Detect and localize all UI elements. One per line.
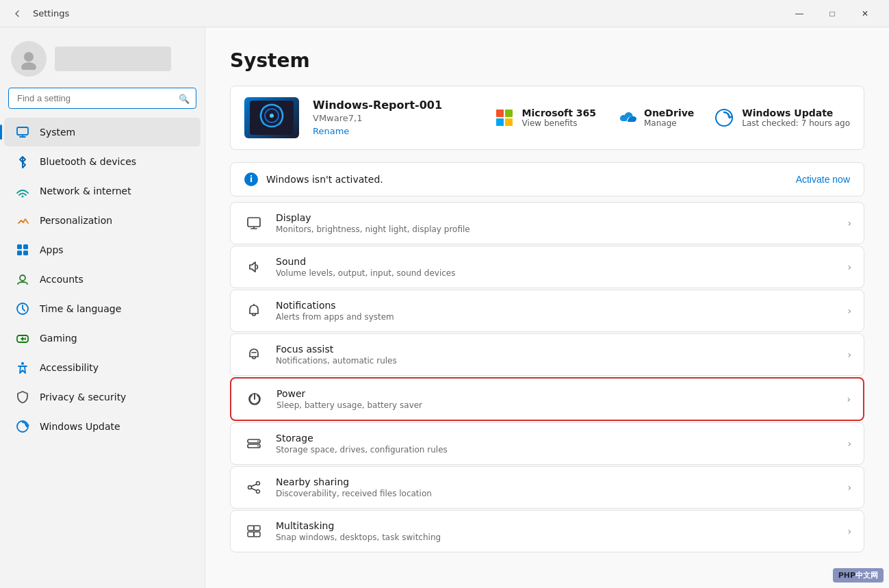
settings-item-notifications[interactable]: Notifications Alerts from apps and syste… (230, 290, 864, 332)
search-input[interactable] (8, 88, 196, 109)
avatar (11, 41, 47, 77)
sidebar-item-bluetooth[interactable]: Bluetooth & devices (4, 147, 201, 176)
settings-item-power[interactable]: Power Sleep, battery usage, battery save… (230, 377, 864, 421)
minimize-button[interactable]: — (784, 3, 815, 25)
settings-item-focus_assist[interactable]: Focus assist Notifications, automatic ru… (230, 333, 864, 376)
sidebar-item-label: Accounts (40, 274, 190, 285)
sidebar-item-apps[interactable]: Apps (4, 235, 201, 264)
accessibility-icon (15, 360, 30, 375)
svg-rect-23 (496, 110, 504, 117)
sidebar-item-label: Windows Update (40, 421, 190, 432)
activate-now-button[interactable]: Activate now (796, 174, 850, 185)
sidebar-item-network[interactable]: Network & internet (4, 177, 201, 205)
storage-text: Storage Storage space, drives, configura… (276, 433, 836, 455)
navigation-list: System Bluetooth & devices Network & int… (0, 117, 205, 442)
svg-point-22 (270, 114, 274, 118)
settings-item-multitasking[interactable]: Multitasking Snap windows, desktops, tas… (230, 510, 864, 552)
svg-point-15 (25, 337, 26, 339)
windows-update-title: Windows Update (742, 107, 850, 118)
svg-rect-45 (254, 526, 260, 531)
settings-item-display[interactable]: Display Monitors, brightness, night ligh… (230, 202, 864, 244)
sound-text: Sound Volume levels, output, input, soun… (276, 256, 836, 278)
notifications-subtitle: Alerts from apps and system (276, 312, 836, 322)
display-text: Display Monitors, brightness, night ligh… (276, 212, 836, 234)
windows-update-text: Windows Update Last checked: 7 hours ago (742, 107, 850, 128)
display-subtitle: Monitors, brightness, night light, displ… (276, 225, 836, 234)
svg-rect-24 (505, 110, 513, 117)
window-controls: — □ ✕ (784, 3, 881, 25)
onedrive-action: OneDrive Manage (615, 107, 694, 129)
sidebar-item-gaming[interactable]: Gaming (4, 324, 201, 353)
php-badge: PHP中文网 (833, 568, 884, 583)
sound-subtitle: Volume levels, output, input, sound devi… (276, 268, 836, 278)
device-thumbnail (244, 97, 299, 138)
svg-point-1 (21, 62, 36, 70)
sidebar-item-label: Privacy & security (40, 392, 190, 402)
settings-item-nearby_sharing[interactable]: Nearby sharing Discoverability, received… (230, 466, 864, 509)
windows-update-icon (713, 107, 735, 129)
focus_assist-text: Focus assist Notifications, automatic ru… (276, 344, 836, 366)
chevron-right-icon: › (847, 482, 851, 493)
maximize-button[interactable]: □ (816, 3, 848, 25)
svg-point-17 (21, 362, 24, 365)
power-title: Power (276, 388, 836, 399)
device-name: Windows-Report-001 (313, 99, 480, 112)
nearby_sharing-title: Nearby sharing (276, 476, 836, 487)
app-body: 🔍 System Bluetooth & devices Network & i… (0, 27, 889, 588)
multitasking-text: Multitasking Snap windows, desktops, tas… (276, 520, 836, 542)
power-icon (244, 388, 266, 410)
svg-rect-25 (496, 118, 504, 126)
svg-point-5 (22, 196, 24, 198)
accounts-icon (15, 272, 30, 287)
privacy-icon (15, 389, 30, 405)
power-subtitle: Sleep, battery usage, battery saver (276, 400, 836, 410)
time-icon (15, 301, 30, 316)
svg-rect-8 (17, 251, 22, 255)
chevron-right-icon: › (847, 394, 851, 405)
bluetooth-icon (15, 154, 30, 169)
sidebar-item-accounts[interactable]: Accounts (4, 265, 201, 294)
power-text: Power Sleep, battery usage, battery save… (276, 388, 836, 410)
personalization-icon (15, 213, 30, 228)
windows-update-action: Windows Update Last checked: 7 hours ago (713, 107, 850, 129)
update-icon (15, 419, 30, 434)
notifications-text: Notifications Alerts from apps and syste… (276, 300, 836, 322)
sidebar-user[interactable] (0, 27, 205, 88)
svg-rect-6 (17, 244, 22, 249)
sidebar-item-accessibility[interactable]: Accessibility (4, 353, 201, 382)
settings-item-sound[interactable]: Sound Volume levels, output, input, soun… (230, 246, 864, 288)
storage-title: Storage (276, 433, 836, 444)
gaming-icon (15, 331, 30, 346)
svg-point-38 (257, 446, 259, 447)
sidebar-item-privacy[interactable]: Privacy & security (4, 383, 201, 411)
onedrive-title: OneDrive (644, 107, 694, 118)
sidebar: 🔍 System Bluetooth & devices Network & i… (0, 27, 205, 588)
search-box: 🔍 (8, 88, 196, 109)
info-icon: i (244, 172, 258, 186)
nearby_sharing-subtitle: Discoverability, received files location (276, 489, 836, 498)
sidebar-item-label: Personalization (40, 215, 190, 226)
close-button[interactable]: ✕ (849, 3, 881, 25)
sidebar-item-update[interactable]: Windows Update (4, 412, 201, 441)
settings-item-storage[interactable]: Storage Storage space, drives, configura… (230, 422, 864, 465)
chevron-right-icon: › (847, 438, 851, 449)
sidebar-item-label: Network & internet (40, 186, 190, 196)
device-subtitle: VMware7,1 (313, 113, 480, 123)
sound-icon (243, 256, 265, 278)
svg-rect-44 (248, 526, 254, 531)
sidebar-item-personalization[interactable]: Personalization (4, 206, 201, 235)
rename-link[interactable]: Rename (313, 126, 349, 136)
notifications-title: Notifications (276, 300, 836, 311)
user-name-placeholder (55, 47, 171, 71)
activation-text: Windows isn't activated. (266, 174, 788, 185)
sidebar-item-label: Gaming (40, 333, 190, 344)
microsoft365-icon (493, 107, 515, 129)
svg-point-41 (257, 490, 260, 494)
sidebar-item-system[interactable]: System (4, 118, 201, 146)
svg-rect-26 (505, 118, 513, 126)
multitasking-subtitle: Snap windows, desktops, task switching (276, 533, 836, 542)
back-button[interactable] (8, 4, 27, 23)
sidebar-item-time[interactable]: Time & language (4, 294, 201, 323)
sidebar-item-label: Accessibility (40, 362, 190, 373)
svg-point-10 (20, 275, 25, 281)
